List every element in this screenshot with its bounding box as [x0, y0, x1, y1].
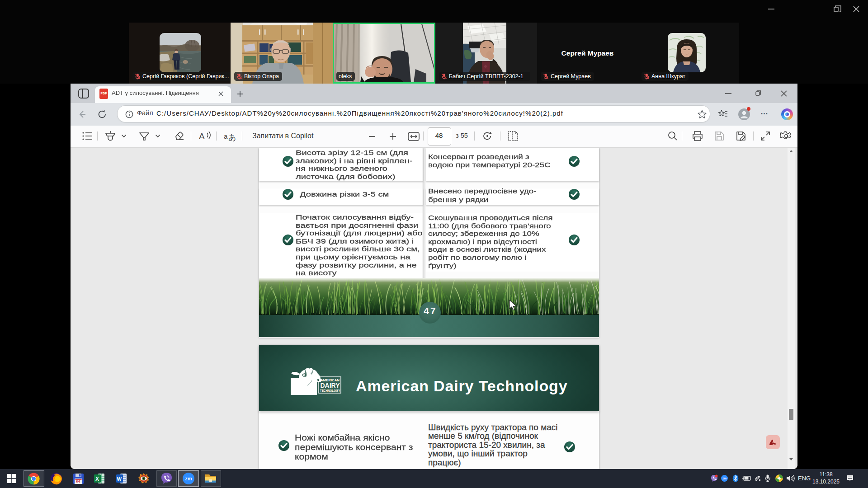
svg-text:64: 64 [76, 480, 80, 483]
svg-text:a: a [224, 132, 228, 140]
svg-text:あ: あ [228, 133, 236, 142]
svg-text:X: X [95, 476, 99, 482]
svg-text:DAIRY: DAIRY [320, 382, 340, 389]
svg-text:A: A [199, 131, 205, 141]
svg-text:TECHNOLOGY: TECHNOLOGY [320, 389, 340, 392]
svg-text:W: W [117, 476, 122, 482]
